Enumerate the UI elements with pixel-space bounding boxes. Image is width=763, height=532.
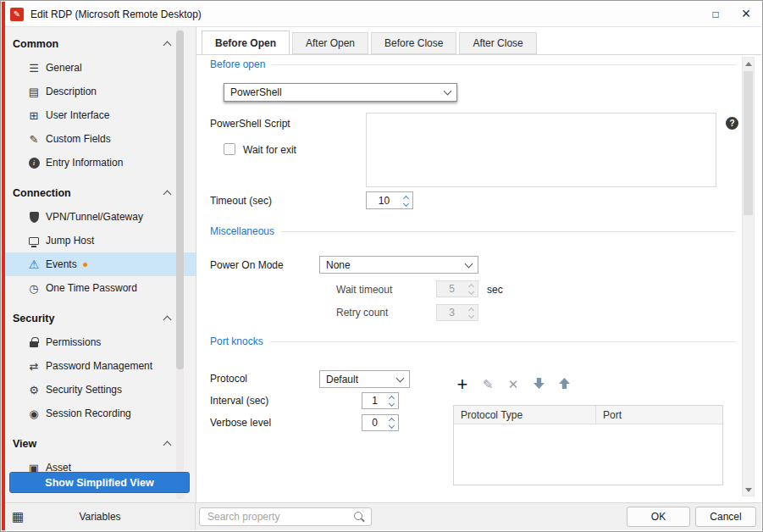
sidebar-section-connection[interactable]: Connection: [5, 181, 196, 205]
selected-script-type: PowerShell: [230, 86, 445, 98]
scroll-up-arrow[interactable]: [743, 58, 754, 69]
timeout-label: Timeout (sec): [210, 195, 272, 207]
column-protocol-type[interactable]: Protocol Type: [454, 406, 596, 424]
warning-icon: ⚠: [27, 258, 41, 271]
interval-spinner[interactable]: 1: [362, 392, 399, 409]
sidebar-section-security[interactable]: Security: [5, 307, 196, 330]
show-simplified-view-button[interactable]: Show Simplified View: [9, 472, 190, 493]
tab-after-close[interactable]: After Close: [459, 32, 536, 54]
sidebar-section-common[interactable]: Common: [5, 32, 196, 56]
wait-timeout-unit: sec: [487, 284, 503, 296]
powershell-script-input[interactable]: [366, 113, 716, 187]
sidebar-item-jump-host[interactable]: Jump Host: [5, 229, 196, 252]
scroll-down-arrow[interactable]: [743, 484, 754, 496]
content-scrollbar-thumb[interactable]: [744, 71, 753, 215]
search-property-input[interactable]: [199, 507, 372, 526]
cancel-button[interactable]: Cancel: [695, 507, 756, 527]
edit-knock-button[interactable]: ✎: [480, 377, 495, 392]
miscellaneous-section-header: Miscellaneous: [210, 225, 736, 237]
section-label: Connection: [13, 187, 71, 199]
move-down-button[interactable]: [531, 377, 546, 392]
section-label: Security: [13, 313, 54, 324]
item-label: VPN/Tunnel/Gateway: [46, 211, 143, 223]
item-label: Jump Host: [46, 235, 94, 247]
power-on-mode-select[interactable]: None: [319, 256, 478, 274]
verbose-level-spinner[interactable]: 0: [362, 414, 399, 431]
before-open-section-header: Before open: [210, 58, 736, 70]
interval-value: 1: [362, 395, 387, 407]
sidebar-item-vpn-tunnel-gateway[interactable]: VPN/Tunnel/Gateway: [5, 205, 196, 229]
section-label: Common: [13, 38, 58, 50]
spinner-arrows[interactable]: [401, 196, 412, 206]
selected-protocol: Default: [326, 374, 397, 385]
sidebar-item-entry-information[interactable]: i Entry Information: [5, 151, 196, 175]
sidebar-scrollbar-thumb[interactable]: [176, 30, 184, 369]
delete-knock-button[interactable]: ✕: [506, 377, 521, 392]
item-label: Events: [46, 258, 77, 270]
powershell-script-label: PowerShell Script: [210, 118, 290, 130]
window-icon: ⊞: [27, 109, 41, 122]
sidebar-item-description[interactable]: ▤ Description: [5, 80, 196, 103]
variables-button[interactable]: ▦ Variables: [5, 503, 196, 530]
sidebar-item-session-recording[interactable]: ◉ Session Recording: [5, 402, 196, 425]
port-knocks-table: Protocol Type Port: [453, 405, 723, 485]
retry-count-label: Retry count: [336, 307, 388, 319]
record-icon: ◉: [27, 407, 41, 420]
tab-before-open[interactable]: Before Open: [202, 30, 290, 54]
gear-icon: ⚙: [27, 384, 41, 396]
content-scrollbar[interactable]: [742, 57, 755, 496]
sidebar-item-custom-fields[interactable]: ✎ Custom Fields: [5, 127, 196, 151]
section-label: View: [13, 438, 36, 450]
monitor-icon: [27, 237, 41, 245]
sidebar-item-password-management[interactable]: ⇄ Password Management: [5, 354, 196, 378]
item-label: Custom Fields: [46, 133, 111, 145]
maximize-button[interactable]: □: [700, 2, 731, 26]
sidebar-item-security-settings[interactable]: ⚙ Security Settings: [5, 378, 196, 402]
item-label: Permissions: [46, 336, 101, 348]
protocol-select[interactable]: Default: [319, 370, 410, 388]
timeout-value: 10: [367, 195, 401, 207]
ok-button[interactable]: OK: [627, 507, 690, 527]
add-knock-button[interactable]: +: [455, 377, 470, 392]
item-label: One Time Password: [46, 282, 137, 294]
chevron-up-icon: [163, 441, 172, 450]
script-type-select[interactable]: PowerShell: [224, 83, 457, 102]
section-title: Before open: [210, 58, 265, 70]
sidebar-scrollbar[interactable]: [176, 29, 184, 499]
item-label: Password Management: [46, 360, 152, 372]
section-title: Miscellaneous: [210, 225, 274, 237]
sidebar-item-one-time-password[interactable]: ◷ One Time Password: [5, 276, 196, 300]
sidebar-item-events[interactable]: ⚠ Events: [5, 252, 196, 276]
variables-label: Variables: [79, 511, 120, 523]
chevron-down-icon: [396, 374, 405, 382]
chevron-up-icon: [163, 191, 172, 199]
selected-power-on-mode: None: [326, 259, 466, 271]
close-button[interactable]: ×: [731, 2, 761, 26]
help-icon[interactable]: ?: [726, 117, 738, 130]
lock-icon: [27, 337, 41, 347]
before-open-panel: Before open PowerShell PowerShell Script…: [196, 54, 761, 502]
search-icon: [354, 512, 365, 523]
chevron-down-icon: [465, 259, 473, 268]
sidebar-item-permissions[interactable]: Permissions: [5, 330, 196, 354]
spinner-arrows[interactable]: [387, 418, 398, 428]
chevron-up-icon: [163, 42, 172, 50]
sidebar-item-user-interface[interactable]: ⊞ User Interface: [5, 103, 196, 127]
tab-after-open[interactable]: After Open: [292, 32, 368, 54]
clock-icon: ◷: [27, 282, 41, 295]
column-port[interactable]: Port: [596, 406, 722, 424]
move-up-button[interactable]: [556, 377, 572, 392]
sidebar-section-view[interactable]: View: [5, 432, 196, 456]
timeout-spinner[interactable]: 10: [366, 191, 413, 209]
section-divider: [270, 341, 736, 342]
footer-bar: ▦ Variables OK Cancel: [5, 502, 761, 530]
tab-before-close[interactable]: Before Close: [371, 32, 456, 54]
port-knocks-table-body: [454, 424, 722, 485]
wait-for-exit-checkbox[interactable]: [224, 143, 235, 155]
spinner-arrows[interactable]: [387, 396, 398, 406]
chevron-up-icon: [163, 316, 172, 324]
item-label: General: [46, 62, 82, 74]
wait-timeout-spinner: 5: [436, 280, 478, 297]
verbose-level-label: Verbose level: [210, 417, 271, 429]
sidebar-item-general[interactable]: ☰ General: [5, 56, 196, 80]
